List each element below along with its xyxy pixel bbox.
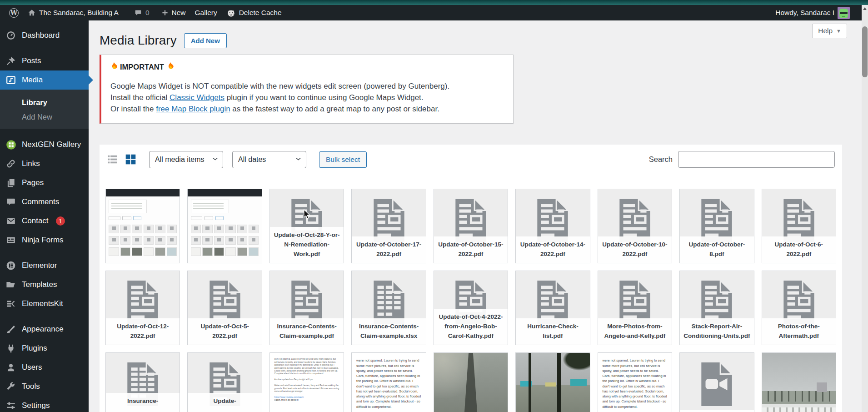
media-item[interactable]: Update-of-Oct-28-Y-or-N-Remediation-Work… bbox=[269, 189, 344, 263]
chevron-down-icon: ▼ bbox=[836, 28, 841, 34]
sidebar-item-templates[interactable]: Templates bbox=[0, 275, 89, 294]
media-item[interactable]: Update-of-Oct-4-2022-from-Angelo-Bob-Car… bbox=[434, 271, 508, 345]
elementskit-icon bbox=[5, 298, 16, 309]
delete-cache-label: Delete Cache bbox=[239, 9, 282, 17]
sidebar-item-pages[interactable]: Pages bbox=[0, 173, 89, 192]
browser-edge-strip bbox=[0, 0, 868, 5]
list-view-button[interactable] bbox=[105, 153, 119, 166]
media-item[interactable]: Update-of-October-8.pdf bbox=[679, 189, 754, 263]
media-filename: Stack-Report-Air-Conditioning-Units.pdf bbox=[680, 318, 753, 345]
help-dropdown[interactable]: Help ▼ bbox=[812, 24, 847, 38]
media-type-filter[interactable]: All media items bbox=[149, 151, 223, 168]
add-new-button[interactable]: Add New bbox=[184, 33, 227, 48]
submenu-item-library[interactable]: Library bbox=[0, 95, 89, 110]
sidebar-item-dashboard[interactable]: Dashboard bbox=[0, 26, 89, 45]
my-account-menu[interactable]: Howdy, Sandarac I bbox=[771, 7, 854, 19]
media-item[interactable] bbox=[679, 352, 754, 412]
media-item[interactable]: Hurricane-Check-list.pdf bbox=[515, 271, 590, 345]
media-item[interactable] bbox=[105, 189, 180, 263]
media-item[interactable]: were not sparred. Lauren is trying to se… bbox=[598, 352, 672, 412]
gallery-menu[interactable]: Gallery bbox=[190, 5, 222, 20]
media-item[interactable]: Update-of-Oct-12-2022.pdf bbox=[105, 271, 180, 345]
users-icon bbox=[5, 362, 16, 373]
scroll-up-arrow[interactable] bbox=[863, 7, 867, 10]
dashboard-icon bbox=[5, 30, 16, 41]
chevron-down-icon bbox=[295, 156, 301, 164]
delete-cache-menu[interactable]: Delete Cache bbox=[222, 5, 286, 20]
media-item[interactable]: Photos-of-the-Aftermath.pdf bbox=[762, 271, 836, 345]
comments-icon bbox=[5, 196, 16, 207]
scrollbar-thumb[interactable] bbox=[862, 26, 868, 77]
sidebar-item-label: Settings bbox=[22, 401, 50, 410]
sidebar-item-users[interactable]: Users bbox=[0, 358, 89, 377]
media-item[interactable]: Stack-Report-Air-Conditioning-Units.pdf bbox=[679, 271, 754, 345]
avatar bbox=[838, 7, 850, 19]
site-name-menu[interactable]: The Sandarac, Building A bbox=[23, 5, 123, 20]
media-item[interactable]: Update-of-Oct-6-2022.pdf bbox=[762, 189, 836, 263]
flame-icon bbox=[110, 62, 117, 72]
sidebar-item-nextgen-gallery[interactable]: NextGEN Gallery bbox=[0, 135, 89, 154]
wordpress-logo-menu[interactable]: W bbox=[5, 5, 23, 20]
admin-bar: W The Sandarac, Building A 0 New Gallery bbox=[0, 5, 868, 20]
media-item[interactable]: Update- bbox=[187, 352, 262, 412]
admin-sidebar: DashboardPostsMediaLibraryAdd NewNextGEN… bbox=[0, 20, 89, 412]
media-item[interactable]: were not sparred. Lauren is trying to se… bbox=[269, 352, 344, 412]
notice-heading: IMPORTANT bbox=[110, 62, 504, 72]
templates-icon bbox=[5, 279, 16, 290]
media-item[interactable]: Insurance-Contents-Claim-example.xlsx bbox=[351, 271, 426, 345]
plus-icon bbox=[161, 9, 169, 16]
media-item[interactable]: Update-of-Oct-5-2022.pdf bbox=[187, 271, 262, 345]
sidebar-item-label: Dashboard bbox=[22, 31, 60, 40]
flood-photo bbox=[434, 353, 508, 412]
new-menu[interactable]: New bbox=[157, 5, 190, 20]
sidebar-item-tools[interactable]: Tools bbox=[0, 377, 89, 396]
media-item[interactable]: Update-of-October-14-2022.pdf bbox=[515, 189, 590, 263]
sidebar-item-comments[interactable]: Comments bbox=[0, 192, 89, 211]
date-filter-value: All dates bbox=[238, 156, 266, 164]
media-item[interactable] bbox=[515, 352, 590, 412]
date-filter[interactable]: All dates bbox=[232, 151, 306, 168]
notice-link[interactable]: Classic Widgets bbox=[170, 93, 224, 102]
sidebar-item-label: Appearance bbox=[22, 325, 64, 334]
sidebar-item-ninja-forms[interactable]: Ninja Forms bbox=[0, 231, 89, 250]
grid-view-button[interactable] bbox=[124, 153, 137, 166]
media-filename: Update-of-Oct-28-Y-or-N-Remediation-Work… bbox=[270, 227, 344, 263]
menu-separator bbox=[0, 129, 89, 135]
sidebar-item-appearance[interactable]: Appearance bbox=[0, 320, 89, 339]
media-filename: Update-of-October-14-2022.pdf bbox=[516, 236, 589, 263]
media-filename: Update-of-October-10-2022.pdf bbox=[598, 236, 672, 263]
unread-badge: 1 bbox=[56, 216, 65, 226]
sidebar-item-plugins[interactable]: Plugins bbox=[0, 339, 89, 358]
media-item[interactable]: Update-of-October-15-2022.pdf bbox=[434, 189, 508, 263]
media-submenu: LibraryAdd New bbox=[0, 90, 89, 129]
media-item[interactable]: Update-of-October-10-2022.pdf bbox=[598, 189, 672, 263]
comments-menu[interactable]: 0 bbox=[130, 5, 154, 20]
submenu-item-add-new[interactable]: Add New bbox=[0, 110, 89, 124]
notice-link[interactable]: free Map Block plugin bbox=[156, 105, 230, 113]
bulk-select-button[interactable]: Bulk select bbox=[319, 151, 367, 168]
media-item[interactable] bbox=[434, 352, 508, 412]
media-item[interactable]: More-Photos-from-Angelo-and-Kelly.pdf bbox=[598, 271, 672, 345]
screenshot-thumbnail bbox=[106, 189, 180, 263]
sidebar-item-contact[interactable]: Contact1 bbox=[0, 211, 89, 231]
sidebar-item-media[interactable]: Media bbox=[0, 70, 89, 90]
media-filename: Update-of-Oct-12-2022.pdf bbox=[106, 318, 180, 345]
sidebar-item-elementskit[interactable]: ElementsKit bbox=[0, 294, 89, 313]
sidebar-item-posts[interactable]: Posts bbox=[0, 51, 89, 70]
sidebar-item-settings[interactable]: Settings bbox=[0, 396, 89, 412]
search-input[interactable] bbox=[678, 151, 835, 168]
media-item[interactable]: Insurance-Contents-Claim-example.pdf bbox=[269, 271, 344, 345]
sidebar-item-elementor[interactable]: Elementor bbox=[0, 256, 89, 275]
scrollbar-track[interactable] bbox=[862, 5, 868, 412]
media-item[interactable]: were not sparred. Lauren is trying to se… bbox=[351, 352, 426, 412]
media-item[interactable]: Update-of-October-17-2022.pdf bbox=[351, 189, 426, 263]
media-item[interactable] bbox=[187, 189, 262, 263]
media-item[interactable] bbox=[762, 352, 836, 412]
screenshot-thumbnail bbox=[188, 189, 261, 263]
media-icon bbox=[5, 75, 16, 85]
sidebar-item-label: Plugins bbox=[22, 344, 47, 353]
media-item[interactable]: Insurance- bbox=[105, 352, 180, 412]
page-title: Media Library bbox=[100, 32, 177, 49]
sidebar-item-links[interactable]: Links bbox=[0, 154, 89, 173]
tools-icon bbox=[5, 381, 16, 392]
